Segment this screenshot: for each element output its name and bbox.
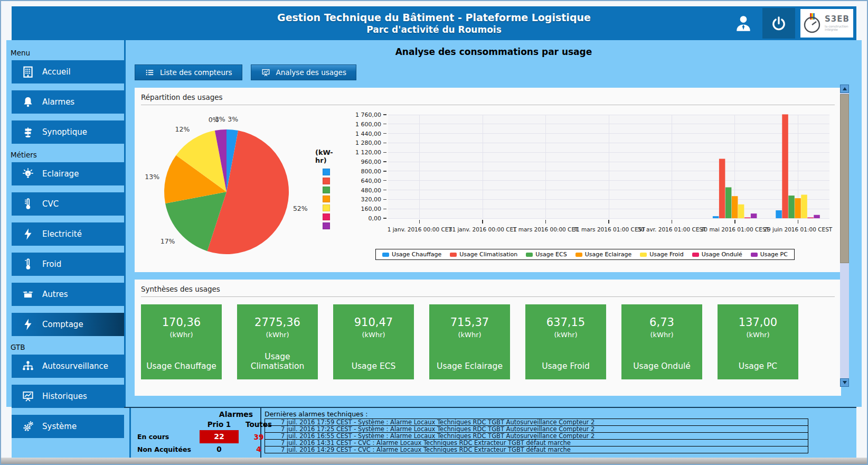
tile-unit: (kWhr) [621, 331, 702, 339]
svg-text:320,00: 320,00 [361, 196, 382, 203]
alarm-row: 7 juil. 2016 14:31 CEST - CVC : Alarme L… [265, 439, 808, 447]
sidebar-section-gtb: GTB [11, 343, 124, 351]
svg-text:960,00: 960,00 [361, 159, 382, 165]
history-chart-icon [21, 389, 35, 403]
alarm-feed: Dernières alarmes techniques : 7 juil. 2… [261, 408, 856, 458]
svg-text:30 avr. 2016 01:00 CEST: 30 avr. 2016 01:00 CEST [637, 226, 706, 232]
legend-label: Usage Ondulé [702, 251, 742, 258]
scroll-up-button[interactable] [840, 85, 849, 93]
bulb-icon: v [21, 167, 35, 181]
series-legend: Usage ChauffageUsage ClimatisationUsage … [335, 249, 835, 260]
sidebar-item-electricite[interactable]: Electricité [12, 222, 124, 246]
sidebar-section-menu: Menu [11, 49, 124, 57]
series-swatch-usage-pc [323, 222, 330, 229]
legend-item-usage-climatisation: Usage Climatisation [450, 251, 517, 258]
series-swatch-usage-ondule [323, 213, 330, 220]
sidebar-item-label: Alarmes [42, 97, 74, 107]
app-window: Gestion Technique du Bâtiment - Platefor… [0, 0, 868, 465]
sidebar-section-metiers: Métiers [11, 151, 124, 159]
panel-syntheses: Synthèses des usages 170,36(kWhr)Usage C… [135, 280, 841, 396]
sidebar-item-label: Eclairage [42, 169, 79, 179]
sidebar-item-froid[interactable]: Froid [12, 253, 124, 276]
thermometer-icon [21, 197, 35, 211]
network-icon [21, 359, 35, 373]
sidebar-item-autres[interactable]: Autres [12, 283, 124, 306]
panel-rule [141, 105, 835, 105]
user-icon [733, 13, 753, 33]
scroll-down-button[interactable] [840, 378, 849, 387]
tab-label: Liste des compteurs [160, 68, 232, 77]
tile-value: 137,00 [718, 316, 798, 329]
tile-value: 6,73 [621, 316, 702, 329]
scrollbar-thumb[interactable] [840, 94, 849, 263]
logo-emblem-icon [801, 12, 823, 34]
sidebar-item-alarmes[interactable]: Alarmes [12, 90, 124, 114]
box-icon [21, 287, 35, 301]
legend-item-usage-ecs: Usage ECS [526, 251, 567, 258]
sidebar-item-autosurveillance[interactable]: Autosurveillance [12, 355, 124, 378]
bell-icon [21, 95, 35, 109]
svg-text:13%: 13% [145, 173, 159, 181]
user-button[interactable] [730, 8, 757, 38]
svg-text:480,00: 480,00 [361, 187, 382, 194]
svg-text:160,00: 160,00 [361, 206, 382, 212]
sidebar-item-synoptique[interactable]: Synoptique [12, 120, 124, 144]
sidebar-item-historiques[interactable]: Historiques [12, 385, 124, 408]
alarm-row-nonacquitees-label: Non Acquitées [137, 445, 196, 453]
sidebar-item-systeme[interactable]: Système [12, 415, 124, 438]
sidebar-item-label: Historiques [42, 392, 87, 401]
app-header: Gestion Technique du Bâtiment - Platefor… [12, 6, 856, 40]
legend-swatch [526, 253, 533, 257]
svg-text:3%: 3% [228, 115, 238, 123]
tile-value: 637,15 [525, 316, 606, 329]
svg-text:1 440,00: 1 440,00 [355, 131, 381, 137]
list-icon [145, 68, 155, 78]
alarm-summary-grid: Alarmes Prio 1 Toutes En cours 22 39 Non… [137, 410, 260, 453]
tab-analyse-des-usages[interactable]: Analyse des usages [251, 64, 356, 80]
sidebar-item-accueil[interactable]: Accueil [12, 60, 124, 83]
sidebar-item-cvc[interactable]: CVC [12, 192, 124, 216]
alarm-encours-prio1-badge[interactable]: 22 [200, 430, 239, 443]
gears-icon [21, 420, 35, 433]
usage-tile-usage-chauffage: 170,36(kWhr)Usage Chauffage [141, 304, 222, 379]
tile-label: Usage Froid [525, 361, 606, 371]
unit-label: (kW-hr) [315, 148, 335, 164]
tile-label: Usage Climatisation [237, 352, 318, 371]
bar-chart: 0,00160,00320,00480,00640,00800,00960,00… [335, 107, 835, 268]
sidebar-item-label: Autosurveillance [42, 361, 108, 371]
tile-unit: (kWhr) [333, 331, 414, 339]
tile-unit: (kWhr) [525, 331, 606, 339]
svg-text:1 mars 2016 00:00 CET: 1 mars 2016 00:00 CET [513, 226, 579, 232]
tile-unit: (kWhr) [718, 331, 798, 339]
signpost-icon [21, 125, 35, 139]
legend-item-usage-froid: Usage Froid [640, 251, 683, 258]
tab-label: Analyse des usages [276, 68, 346, 77]
vertical-scrollbar[interactable] [840, 85, 849, 387]
svg-text:31 mars 2016 01:00 CEST: 31 mars 2016 01:00 CEST [572, 226, 645, 232]
header-actions: S3EB la construction intégrée [730, 7, 853, 39]
legend-item-usage-pc: Usage PC [751, 251, 788, 258]
bolt-icon [21, 318, 35, 331]
alarm-row: 7 juil. 2016 17:59 CEST - Système : Alar… [265, 418, 808, 426]
tile-label: Usage Ondulé [621, 361, 702, 371]
building-icon [21, 65, 35, 79]
series-swatch-usage-froid [323, 204, 330, 211]
sidebar-item-label: Comptage [42, 320, 83, 329]
tile-unit: (kWhr) [237, 331, 318, 339]
alarm-row: 7 juil. 2016 16:55 CEST - Système : Alar… [265, 432, 808, 440]
svg-text:31 janv. 2016 00:00 CET: 31 janv. 2016 00:00 CET [449, 226, 517, 232]
tab-liste-des-compteurs[interactable]: Liste des compteurs [135, 64, 242, 80]
usage-tile-usage-ecs: 910,47(kWhr)Usage ECS [333, 304, 414, 379]
power-button[interactable] [762, 8, 795, 39]
legend-swatch [382, 253, 389, 257]
svg-text:1 280,00: 1 280,00 [355, 140, 381, 146]
sidebar-item-eclairage[interactable]: vEclairage [12, 162, 124, 185]
tile-label: Usage ECS [333, 361, 414, 371]
tile-label: Usage Eclairage [429, 361, 510, 371]
panel-syntheses-title: Synthèses des usages [141, 285, 835, 293]
tile-unit: (kWhr) [429, 331, 510, 339]
sidebar-item-comptage[interactable]: Comptage [12, 313, 124, 336]
unit-legend: (kW-hr) [315, 107, 335, 268]
svg-text:1 600,00: 1 600,00 [355, 121, 381, 128]
svg-text:3%: 3% [215, 115, 225, 123]
